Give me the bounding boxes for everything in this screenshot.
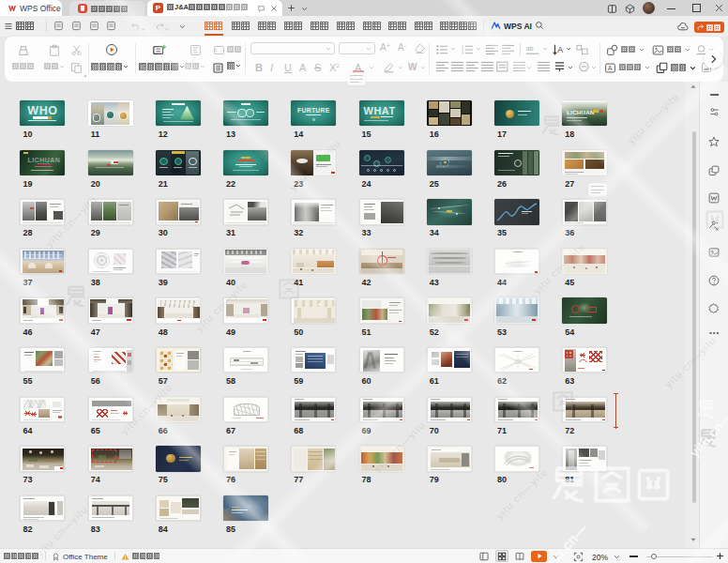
svg-text:A: A — [608, 64, 613, 72]
svg-text:3: 3 — [462, 52, 463, 55]
svg-text:A: A — [557, 45, 563, 54]
svg-text:ab: ab — [526, 45, 534, 52]
